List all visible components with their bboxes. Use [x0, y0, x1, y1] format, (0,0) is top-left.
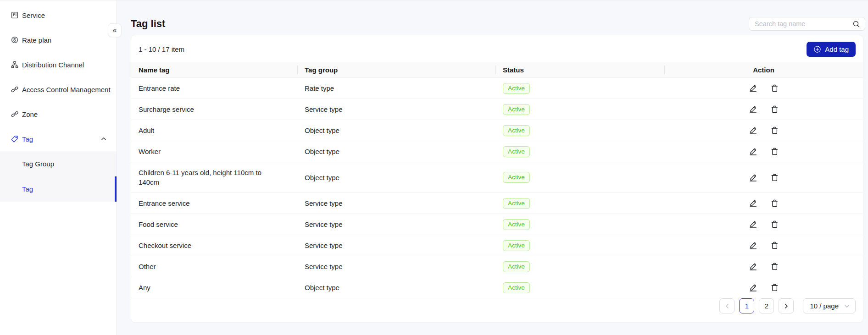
cell-name-tag: Worker — [131, 141, 297, 162]
table-row: Other Service type Active — [131, 256, 863, 277]
sidebar-item-rate-plan[interactable]: Rate plan — [0, 27, 117, 52]
trash-icon[interactable] — [770, 84, 779, 93]
trash-icon[interactable] — [770, 173, 779, 182]
cell-name-tag: Other — [131, 256, 297, 277]
column-header-name-tag: Name tag — [131, 62, 297, 77]
trash-icon[interactable] — [770, 241, 779, 250]
chevron-down-icon — [844, 303, 850, 309]
add-tag-button[interactable]: Add tag — [807, 42, 856, 57]
cell-status: Active — [495, 167, 664, 187]
cell-status: Active — [495, 78, 664, 99]
table-row: Adult Object type Active — [131, 120, 863, 141]
pagination-prev-button[interactable] — [719, 298, 734, 313]
status-badge: Active — [503, 146, 530, 157]
service-icon — [11, 11, 18, 19]
edit-icon[interactable] — [749, 283, 757, 292]
edit-icon[interactable] — [749, 173, 757, 182]
edit-icon[interactable] — [749, 199, 757, 208]
cell-tag-group: Object type — [297, 277, 495, 298]
status-badge: Active — [503, 125, 530, 136]
table-row: Surcharge service Service type Active — [131, 99, 863, 120]
trash-icon[interactable] — [770, 105, 779, 114]
sidebar-submenu: Tag Group Tag — [0, 151, 117, 202]
sidebar-subitem-tag[interactable]: Tag — [0, 176, 117, 202]
pagination: 12 10 / page — [719, 298, 856, 313]
cell-action — [664, 142, 863, 161]
cell-tag-group: Object type — [297, 141, 495, 162]
dollar-circle-icon — [11, 36, 18, 44]
cell-action — [664, 193, 863, 213]
sidebar-item-distribution-channel[interactable]: Distribution Channel — [0, 52, 117, 77]
item-count: 1 - 10 / 17 item — [139, 45, 184, 53]
edit-icon[interactable] — [749, 126, 757, 135]
sidebar-subitem-tag-group[interactable]: Tag Group — [0, 151, 117, 176]
table-row: Checkout service Service type Active — [131, 235, 863, 256]
cell-tag-group: Service type — [297, 214, 495, 235]
trash-icon[interactable] — [770, 283, 779, 292]
column-header-tag-group: Tag group — [297, 62, 495, 77]
table-row: Worker Object type Active — [131, 141, 863, 162]
cell-action — [664, 99, 863, 119]
edit-icon[interactable] — [749, 147, 757, 156]
sidebar-item-zone[interactable]: Zone — [0, 102, 117, 126]
page-size-value: 10 / page — [810, 302, 839, 310]
cell-name-tag: Entrance rate — [131, 78, 297, 99]
trash-icon[interactable] — [770, 220, 779, 229]
status-badge: Active — [503, 240, 530, 251]
sidebar-subitem-label: Tag Group — [22, 160, 54, 168]
chevron-right-icon — [784, 303, 789, 309]
sidebar-item-label: Service — [22, 11, 45, 19]
sidebar-subitem-label: Tag — [22, 185, 33, 193]
sidebar-item-label: Distribution Channel — [22, 61, 84, 69]
edit-icon[interactable] — [749, 84, 757, 93]
pagination-page-1-button[interactable]: 1 — [739, 298, 754, 313]
cell-action — [664, 236, 863, 255]
trash-icon[interactable] — [770, 147, 779, 156]
cell-tag-group: Object type — [297, 167, 495, 188]
cell-tag-group: Service type — [297, 235, 495, 256]
status-badge: Active — [503, 282, 530, 293]
cell-action — [664, 78, 863, 98]
pagination-next-button[interactable] — [779, 298, 794, 313]
main-content: Tag list 1 - 10 / 17 item Add tag Name t… — [117, 0, 868, 335]
cell-status: Active — [495, 257, 664, 277]
sidebar-item-label: Tag — [22, 135, 33, 143]
sidebar-item-service[interactable]: Service — [0, 3, 117, 27]
edit-icon[interactable] — [749, 220, 757, 229]
column-header-status: Status — [495, 62, 664, 77]
sidebar-item-tag[interactable]: Tag — [0, 126, 117, 151]
sidebar-item-label: Access Control Management — [22, 86, 111, 93]
cell-name-tag: Adult — [131, 120, 297, 141]
add-tag-button-label: Add tag — [825, 45, 849, 53]
cell-status: Active — [495, 278, 664, 298]
status-badge: Active — [503, 172, 530, 183]
cell-name-tag: Entrance service — [131, 193, 297, 214]
search-input[interactable] — [755, 20, 852, 27]
cell-status: Active — [495, 121, 664, 141]
search-icon[interactable] — [852, 20, 860, 28]
sidebar-collapse-button[interactable]: « — [108, 23, 122, 37]
cell-tag-group: Service type — [297, 99, 495, 120]
trash-icon[interactable] — [770, 199, 779, 208]
table-row: Food service Service type Active — [131, 214, 863, 235]
pagination-page-2-button[interactable]: 2 — [759, 298, 774, 313]
edit-icon[interactable] — [749, 241, 757, 250]
sidebar: Service Rate plan Distribution Channel A… — [0, 0, 117, 335]
sidebar-item-access-control-management[interactable]: Access Control Management — [0, 77, 117, 102]
cell-tag-group: Service type — [297, 193, 495, 214]
tag-icon — [11, 135, 18, 143]
cell-status: Active — [495, 142, 664, 162]
cell-status: Active — [495, 193, 664, 214]
edit-icon[interactable] — [749, 262, 757, 271]
page-size-select[interactable]: 10 / page — [803, 298, 856, 313]
edit-icon[interactable] — [749, 105, 757, 114]
trash-icon[interactable] — [770, 262, 779, 271]
status-badge: Active — [503, 104, 530, 115]
chain-link-icon — [11, 110, 18, 118]
chevron-up-icon — [101, 136, 106, 142]
table-row: Any Object type Active — [131, 277, 863, 298]
cell-tag-group: Rate type — [297, 78, 495, 99]
table-row: Entrance rate Rate type Active — [131, 78, 863, 99]
status-badge: Active — [503, 83, 530, 94]
trash-icon[interactable] — [770, 126, 779, 135]
